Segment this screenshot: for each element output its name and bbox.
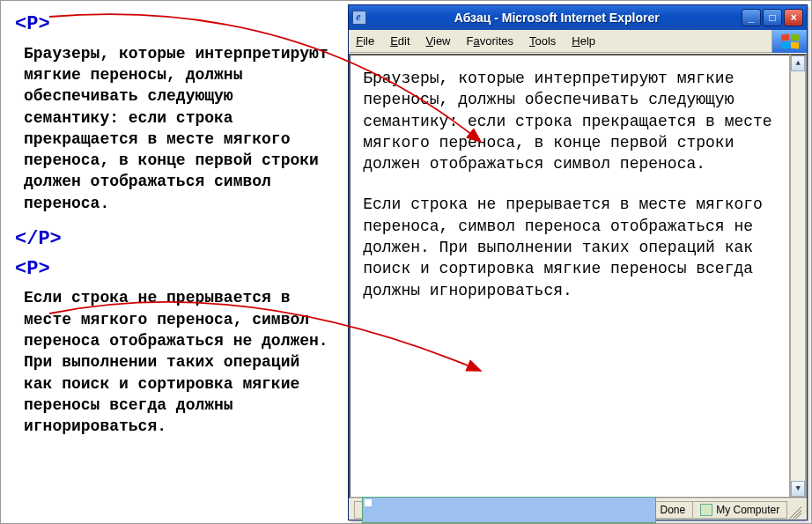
- menu-tools[interactable]: Tools: [529, 34, 556, 48]
- status-done: Done: [354, 501, 692, 519]
- status-zone-text: My Computer: [716, 504, 779, 516]
- ie-window: Абзац - Microsoft Internet Explorer _ □ …: [348, 4, 808, 520]
- status-zone: My Computer: [692, 501, 787, 519]
- page-icon: [362, 497, 656, 523]
- minimize-button[interactable]: _: [742, 9, 761, 26]
- menu-bar: File Edit View Favorites Tools Help: [349, 30, 807, 53]
- windows-logo: [771, 30, 807, 53]
- menu-edit[interactable]: Edit: [390, 34, 410, 48]
- source-code-pane: <P> Браузеры, которые интерпретируют мяг…: [1, 1, 348, 523]
- window-title: Абзац - Microsoft Internet Explorer: [372, 11, 742, 25]
- scroll-down-button[interactable]: ▼: [791, 481, 805, 497]
- status-bar: Done My Computer: [349, 498, 807, 520]
- status-done-text: Done: [660, 504, 685, 516]
- my-computer-icon: [700, 504, 712, 516]
- menu-view[interactable]: View: [426, 34, 451, 48]
- rendered-page: Браузеры, которые интерпретируют мягкие …: [349, 54, 791, 498]
- menu-favorites[interactable]: Favorites: [467, 34, 513, 48]
- rendered-paragraph-1: Браузеры, которые интерпретируют мягкие …: [363, 68, 777, 174]
- scroll-track[interactable]: [791, 71, 805, 481]
- menu-help[interactable]: Help: [572, 34, 595, 48]
- close-p-tag-1: </P>: [15, 226, 334, 253]
- source-paragraph-2: Если строка не прерывается в месте мягко…: [24, 287, 334, 437]
- ie-icon: [352, 11, 366, 25]
- resize-grip[interactable]: [787, 501, 801, 519]
- close-button[interactable]: ×: [784, 9, 803, 26]
- titlebar[interactable]: Абзац - Microsoft Internet Explorer _ □ …: [349, 5, 807, 30]
- scroll-up-button[interactable]: ▲: [791, 55, 805, 71]
- source-paragraph-1: Браузеры, которые интерпретируют мягкие …: [24, 43, 334, 214]
- open-p-tag-2: <P>: [15, 256, 334, 283]
- menu-file[interactable]: File: [356, 34, 374, 48]
- rendered-paragraph-2: Если строка не прерывается в месте мягко…: [363, 194, 777, 300]
- maximize-button[interactable]: □: [763, 9, 782, 26]
- open-p-tag-1: <P>: [15, 11, 334, 38]
- vertical-scrollbar[interactable]: ▲ ▼: [791, 54, 807, 498]
